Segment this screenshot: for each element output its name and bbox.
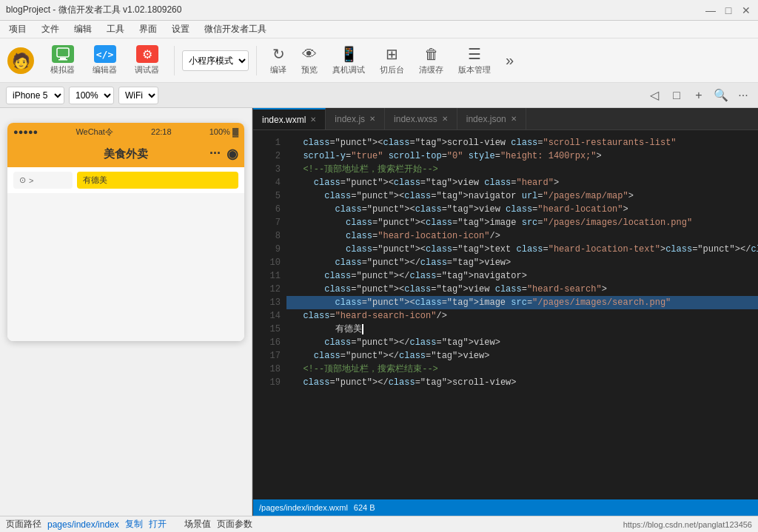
editor-status-bar: /pages/index/index.wxml 624 B 行 14，列 10 … [253,499,758,516]
phone-frame: ●●●●● WeChat令 22:18 100% ▓ 美食外卖 ··· ◉ ⊙ [7,123,244,341]
location-icon: ⊙ [19,175,26,185]
toolbar: 🧑 模拟器 </> 编辑器 ⚙ 调试器 小程序模式 ↻ 编译 👁 预览 📱 真机… [0,38,758,83]
simulator-label: 模拟器 [50,64,75,75]
simulator-button[interactable]: 模拟器 [43,42,82,78]
menu-bar: 项目 文件 编辑 工具 界面 设置 微信开发者工具 [0,21,758,38]
tab-wxss-label: index.wxss [394,114,437,124]
debugger-button[interactable]: ⚙ 调试器 [127,42,167,78]
line-number: 1 [253,136,281,149]
phone-location-search[interactable]: ⊙ > [13,172,73,189]
editor-content[interactable]: 12345678910111213141516171819 class="pun… [253,130,758,499]
clear-cache-label: 清缓存 [419,64,443,75]
menu-ui[interactable]: 界面 [136,21,160,37]
minimize-button[interactable]: — [705,4,717,16]
line-number: 8 [253,229,281,243]
bottom-bar: 页面路径 pages/index/index 复制 打开 场景值 页面参数 ht… [0,516,758,532]
device-select[interactable]: iPhone 5 iPhone 6 iPhone X [6,87,64,104]
line-number: 4 [253,176,281,189]
tab-json-close[interactable]: ✕ [511,115,517,123]
tab-index-wxss[interactable]: index.wxss ✕ [385,108,457,129]
line-number: 19 [253,376,281,389]
code-line: <!--顶部地址栏，搜索栏开始--> [286,163,758,176]
phone-search-bar[interactable]: ⊙ > 有德美 [7,167,244,193]
debugger-label: 调试器 [135,64,159,75]
version-mgr-button[interactable]: ☰ 版本管理 [452,44,497,77]
svg-rect-2 [58,59,67,61]
code-line: class="punct"><class="tag">text class="h… [286,243,758,256]
debugger-icon: ⚙ [136,45,158,63]
line-number: 16 [253,336,281,349]
menu-file[interactable]: 文件 [38,21,62,37]
compile-icon: ↻ [272,45,285,63]
menu-edit[interactable]: 编辑 [71,21,95,37]
phone-content [7,193,244,341]
user-avatar[interactable]: 🧑 [7,47,34,74]
tab-wxss-close[interactable]: ✕ [442,115,448,123]
menu-wechat-devtools[interactable]: 微信开发者工具 [201,21,269,37]
menu-project[interactable]: 项目 [6,21,30,37]
tab-index-js[interactable]: index.js ✕ [326,108,385,129]
tab-json-label: index.json [466,114,506,124]
line-number: 9 [253,243,281,256]
tab-wxml-close[interactable]: ✕ [310,115,316,124]
code-line: class="punct"><class="tag">view class="h… [286,203,758,216]
preview-button[interactable]: 👁 预览 [295,44,323,77]
text-cursor [362,324,363,334]
bottom-url: https://blog.csdn.net/panglat123456 [623,520,752,529]
editor-button[interactable]: </> 编辑器 [85,42,124,78]
tab-index-json[interactable]: index.json ✕ [457,108,526,129]
line-number: 3 [253,163,281,176]
sub-toolbar: iPhone 5 iPhone 6 iPhone X 100% 75% 50% … [0,83,758,108]
scene-label[interactable]: 场景值 [184,518,211,531]
param-label[interactable]: 页面参数 [217,518,252,531]
mode-select[interactable]: 小程序模式 [182,50,249,71]
window-controls[interactable]: — □ ✕ [705,4,752,16]
title-bar: blogProject - 微信开发者工具 v1.02.1809260 — □ … [0,0,758,21]
add-button[interactable]: + [690,87,708,104]
search-button[interactable]: 🔍 [712,87,730,104]
network-select[interactable]: WiFi 2G 4G [118,87,158,104]
clear-cache-button[interactable]: 🗑 清缓存 [413,44,449,77]
menu-settings[interactable]: 设置 [169,21,192,37]
line-number: 6 [253,203,281,216]
bottom-right: https://blog.csdn.net/panglat123456 [623,520,752,529]
phone-battery: 100% ▓ [209,127,238,136]
tab-js-label: index.js [335,114,365,124]
copy-link[interactable]: 复制 [125,518,143,531]
code-line: class="heard-location-icon"/> [286,229,758,243]
more-button[interactable]: » [500,50,520,70]
separator-2 [256,46,257,75]
zoom-select[interactable]: 100% 75% 50% [69,87,114,104]
more-sub-button[interactable]: ··· [734,87,752,104]
maximize-button[interactable]: □ [722,4,734,16]
page-path-value: pages/index/index [47,519,119,530]
real-debug-button[interactable]: 📱 真机调试 [326,44,371,77]
phone-dots: ●●●●● [13,127,38,136]
code-line: class="punct"><class="tag">view class="h… [286,283,758,296]
code-line: class="punct"><class="tag">scroll-view c… [286,136,758,149]
svg-rect-0 [57,48,69,57]
tab-index-wxml[interactable]: index.wxml ✕ [253,108,326,129]
real-debug-label: 真机调试 [332,64,365,75]
tab-js-close[interactable]: ✕ [369,115,375,123]
close-button[interactable]: ✕ [740,4,752,16]
open-link[interactable]: 打开 [149,518,167,531]
back-button[interactable]: ◁ [645,87,663,104]
rotate-button[interactable]: □ [668,87,685,104]
line-number: 10 [253,256,281,269]
compile-button[interactable]: ↻ 编译 [264,44,292,77]
menu-tools[interactable]: 工具 [104,21,127,37]
line-numbers: 12345678910111213141516171819 [253,130,286,499]
editor-label: 编辑器 [93,64,117,75]
code-area[interactable]: class="punct"><class="tag">scroll-view c… [286,130,758,499]
real-debug-icon: 📱 [340,45,358,63]
editor-icon: </> [94,45,116,63]
preview-icon: 👁 [302,46,317,63]
phone-status-bar: ●●●●● WeChat令 22:18 100% ▓ [7,123,244,141]
phone-search-input[interactable]: 有德美 [77,172,238,189]
cut-back-button[interactable]: ⊞ 切后台 [374,44,410,77]
page-path-label: 页面路径 [6,518,41,531]
code-line: class="punct"><class="tag">image src="/p… [286,296,758,309]
phone-battery-text: 100% [209,127,230,136]
line-number: 18 [253,363,281,376]
